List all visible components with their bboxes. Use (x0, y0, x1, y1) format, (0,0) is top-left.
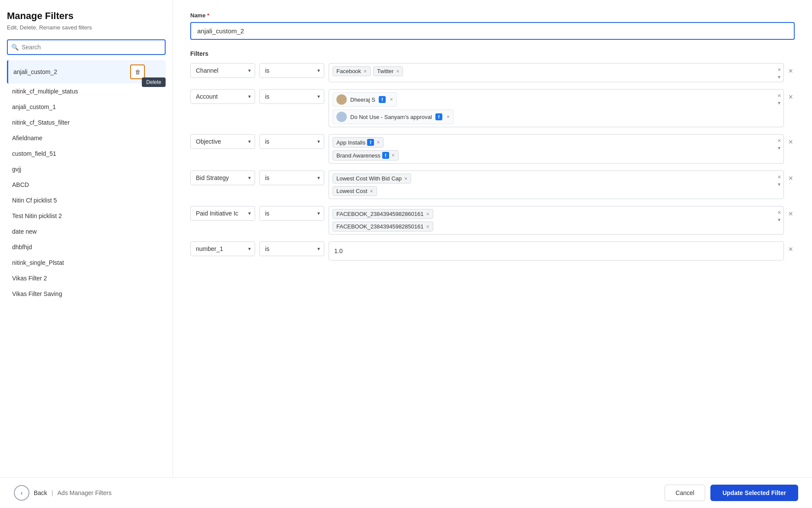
op-select-channel[interactable]: is (259, 63, 324, 78)
filter-item-label: custom_field_51 (12, 150, 56, 157)
row-remove-bid-strategy[interactable]: × (786, 170, 795, 186)
filter-row-bid-strategy: Bid Strategy is Lowest Cost With Bid Cap… (190, 170, 795, 199)
op-select-account[interactable]: is (259, 89, 324, 104)
expand-icon[interactable]: ▾ (778, 217, 780, 223)
field-select-account[interactable]: Account (190, 89, 255, 104)
field-select-wrap: Channel (190, 63, 255, 78)
op-select-bid-strategy[interactable]: is (259, 170, 324, 185)
tag-fb-id-1: FACEBOOK_23843945982860161 × (332, 209, 433, 219)
tag-brand-awareness: Brand Awareness f × (332, 150, 399, 161)
clear-icon[interactable]: × (777, 209, 781, 216)
tag-close-facebook[interactable]: × (364, 68, 367, 74)
op-select-number1[interactable]: is (259, 241, 324, 256)
chevron-left-icon: ‹ (21, 489, 23, 496)
op-select-objective[interactable]: is (259, 134, 324, 149)
tag-close-dheeraj[interactable]: × (390, 96, 393, 103)
tag-close-fb-id-1[interactable]: × (426, 211, 429, 217)
clear-icon[interactable]: × (777, 66, 781, 73)
account-tag-sanyam: Do Not Use - Sanyam's approval f × (332, 109, 454, 124)
list-item[interactable]: Afieldname (7, 130, 166, 146)
back-label[interactable]: Back (34, 489, 47, 496)
expand-icon[interactable]: ▾ (778, 181, 780, 187)
tag-app-installs: App Installs f × (332, 137, 384, 148)
delete-tooltip: Delete (142, 77, 166, 87)
tag-close-fb-id-2[interactable]: × (426, 224, 429, 230)
update-selected-filter-button[interactable]: Update Selected Filter (710, 485, 798, 501)
tag-close-lowest-cost[interactable]: × (370, 188, 373, 194)
list-item[interactable]: nitink_cf_Status_filter (7, 115, 166, 130)
clear-icon[interactable]: × (777, 137, 781, 144)
row-remove-number1[interactable]: × (786, 241, 795, 257)
field-select-paid-initiative[interactable]: Paid Initiative Ic (190, 206, 255, 221)
row-remove-account[interactable]: × (786, 89, 795, 105)
values-and-remove: App Installs f × Brand Awareness f × × ▾ (329, 134, 795, 164)
expand-icon[interactable]: ▾ (778, 74, 780, 80)
field-select-bid-strategy[interactable]: Bid Strategy (190, 170, 255, 185)
filter-item-label: date new (12, 228, 37, 235)
filter-values-objective[interactable]: App Installs f × Brand Awareness f × × ▾ (329, 134, 784, 164)
list-item[interactable]: Nitin Cf picklist 5 (7, 193, 166, 208)
filter-values-channel[interactable]: Facebook × Twitter × × ▾ (329, 63, 784, 82)
values-and-remove: FACEBOOK_23843945982860161 × FACEBOOK_23… (329, 206, 795, 235)
required-indicator: * (207, 12, 209, 19)
list-item[interactable]: ABCD (7, 177, 166, 193)
op-select-paid-initiative[interactable]: is (259, 206, 324, 221)
filter-item-label: gvjj (12, 166, 21, 173)
field-select-number1[interactable]: number_1 (190, 241, 255, 256)
row-remove-channel[interactable]: × (786, 63, 795, 79)
account-tag-dheeraj: Dheeraj S f × (332, 92, 397, 107)
field-select-objective[interactable]: Objective (190, 134, 255, 149)
filter-item-label: Vikas Filter 2 (12, 275, 47, 282)
avatar-dheeraj (336, 94, 347, 105)
filter-name-input[interactable] (190, 22, 795, 40)
cancel-button[interactable]: Cancel (665, 485, 705, 501)
delete-button[interactable]: 🗑 (130, 64, 145, 79)
expand-icon[interactable]: ▾ (778, 145, 780, 151)
field-select-wrap: Objective (190, 134, 255, 149)
list-item[interactable]: nitink_single_Plstat (7, 255, 166, 270)
list-item[interactable]: Vikas Filter 2 (7, 270, 166, 286)
search-input[interactable] (7, 39, 166, 55)
tag-close-lowest-cost-bid-cap[interactable]: × (404, 176, 407, 182)
list-item[interactable]: date new (7, 224, 166, 239)
clear-icon[interactable]: × (777, 92, 781, 99)
list-item[interactable]: dhbfhjd (7, 239, 166, 255)
fb-icon: f (435, 113, 442, 120)
tag-lowest-cost: Lowest Cost × (332, 186, 377, 196)
back-button[interactable]: ‹ (14, 485, 29, 501)
clear-icon[interactable]: × (777, 174, 781, 180)
list-item[interactable]: gvjj (7, 161, 166, 177)
filter-row-channel: Channel is Facebook × Twitt (190, 63, 795, 82)
footer-left: ‹ Back | Ads Manager Filters (14, 485, 112, 501)
list-item[interactable]: Test Nitin picklist 2 (7, 208, 166, 224)
tag-close-app-installs[interactable]: × (377, 139, 380, 145)
list-item[interactable]: custom_field_51 (7, 146, 166, 161)
filter-list: anjali_custom_2 🗑 Delete nitink_cf_multi… (7, 60, 166, 302)
row-remove-objective[interactable]: × (786, 134, 795, 150)
list-item[interactable]: Vikas Filter Saving (7, 286, 166, 302)
footer: ‹ Back | Ads Manager Filters Cancel Upda… (0, 477, 812, 508)
field-select-wrap: Bid Strategy (190, 170, 255, 185)
filter-values-bid-strategy[interactable]: Lowest Cost With Bid Cap × Lowest Cost ×… (329, 170, 784, 199)
op-select-wrap: is (259, 170, 324, 185)
filter-values-paid-initiative[interactable]: FACEBOOK_23843945982860161 × FACEBOOK_23… (329, 206, 784, 235)
value-input-number1: 1.0 (329, 241, 784, 260)
values-and-remove: 1.0 × (329, 241, 795, 260)
filter-item-active[interactable]: anjali_custom_2 🗑 Delete (7, 60, 166, 84)
tag-facebook: Facebook × (332, 66, 371, 76)
filter-item-label: Afieldname (12, 135, 42, 141)
expand-icon[interactable]: ▾ (778, 100, 780, 106)
tag-twitter: Twitter × (373, 66, 403, 76)
tag-close-twitter[interactable]: × (396, 68, 399, 74)
values-box-controls: × ▾ (777, 137, 781, 151)
right-panel: Name * Filters Channel is (173, 0, 812, 477)
tag-close-sanyam[interactable]: × (447, 114, 450, 120)
field-select-channel[interactable]: Channel (190, 63, 255, 78)
list-item[interactable]: anjali_custom_1 (7, 99, 166, 115)
avatar-sanyam (336, 112, 347, 122)
filter-values-account[interactable]: Dheeraj S f × Do Not Use - Sanyam's appr… (329, 89, 784, 127)
filter-item-label: nitink_cf_Status_filter (12, 119, 70, 126)
row-remove-paid-initiative[interactable]: × (786, 206, 795, 222)
filter-item-label: Test Nitin picklist 2 (12, 212, 62, 219)
tag-close-brand-awareness[interactable]: × (392, 152, 395, 158)
